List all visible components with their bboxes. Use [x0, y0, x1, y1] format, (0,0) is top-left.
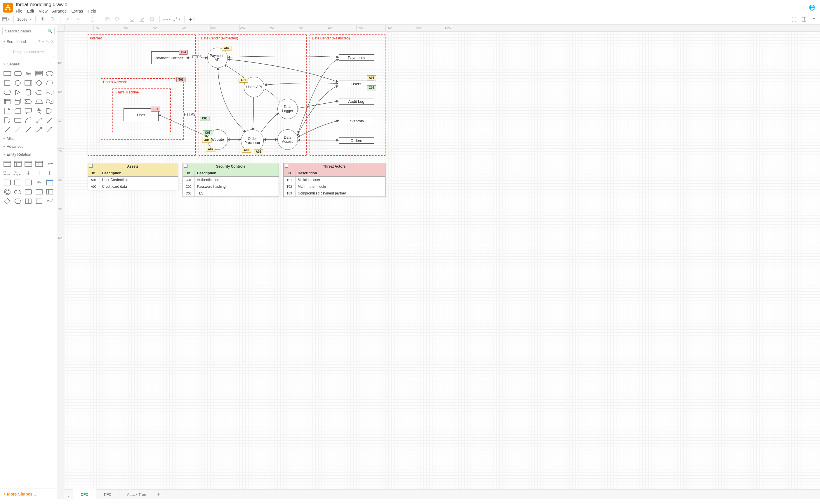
tag-op-a01[interactable]: A01: [254, 149, 263, 154]
er-note5[interactable]: [35, 197, 44, 205]
more-shapes-button[interactable]: + More Shapes...: [0, 489, 57, 499]
er-hilite[interactable]: [45, 179, 54, 186]
menu-arrange[interactable]: Arrange: [52, 9, 67, 13]
store-inventory[interactable]: Inventory: [339, 118, 374, 124]
legend-threats-collapse[interactable]: –: [285, 164, 288, 168]
shape-document[interactable]: [45, 88, 54, 96]
legend-threats[interactable]: –Threat Actors IDDescription T01Maliciou…: [283, 163, 385, 197]
shape-hexagon[interactable]: [3, 88, 12, 96]
shape-step[interactable]: [24, 98, 33, 105]
er-note3[interactable]: [24, 179, 33, 186]
menu-help[interactable]: Help: [88, 9, 96, 13]
er-entity-circle[interactable]: [3, 188, 12, 196]
shape-tape[interactable]: [45, 98, 54, 105]
shape-bi-arrow[interactable]: [35, 117, 44, 124]
legend-assets[interactable]: –Assets IDDescription A01User Credential…: [88, 163, 178, 190]
page-tab-attack-tree[interactable]: Attack Tree: [119, 490, 154, 499]
scratchpad-dropzone[interactable]: Drag elements here: [3, 47, 54, 57]
tag-t03[interactable]: T03: [179, 50, 188, 55]
er-pk2[interactable]: PK unique: [13, 169, 22, 177]
store-orders[interactable]: Orders: [339, 137, 374, 144]
tag-users-a01[interactable]: A01: [367, 75, 376, 80]
store-audit-log[interactable]: Audit Log: [339, 98, 374, 105]
shape-circle[interactable]: [13, 79, 22, 87]
shape-dashed[interactable]: [13, 126, 22, 133]
er-table1[interactable]: [3, 160, 12, 168]
misc-header[interactable]: ▼Misc: [0, 135, 57, 142]
legend-controls-collapse[interactable]: –: [184, 164, 187, 168]
connection-button[interactable]: ▼: [163, 15, 171, 23]
shape-line2[interactable]: [24, 126, 33, 133]
legend-controls[interactable]: –Security Controls IDDescription C01Auth…: [183, 163, 279, 197]
sidebar-toggle-button[interactable]: ▼: [2, 15, 10, 23]
zoom-select[interactable]: 100%▼: [17, 17, 32, 22]
scratchpad-close-icon[interactable]: ✕: [51, 39, 54, 44]
shape-cylinder[interactable]: [24, 88, 33, 96]
shape-datastore[interactable]: [13, 117, 22, 124]
shape-callout[interactable]: [24, 107, 33, 115]
delete-button[interactable]: [89, 15, 96, 23]
search-shapes-input[interactable]: [2, 27, 55, 35]
shape-triangle[interactable]: [13, 88, 22, 96]
scratchpad-add-icon[interactable]: +: [42, 39, 44, 44]
er-conn1[interactable]: [24, 169, 33, 177]
shape-bi2[interactable]: [35, 126, 44, 133]
shape-square[interactable]: [3, 79, 12, 87]
advanced-header[interactable]: ▼Advanced: [0, 142, 57, 150]
shape-or2[interactable]: [45, 107, 54, 115]
waypoint-button[interactable]: ▼: [173, 15, 181, 23]
tag-website-a01[interactable]: A01: [202, 138, 211, 143]
language-icon[interactable]: 🌐: [809, 4, 817, 11]
tag-website-c01[interactable]: C01: [203, 130, 212, 135]
shape-rect[interactable]: [3, 70, 12, 77]
shadow-button[interactable]: [148, 15, 156, 23]
er-table2[interactable]: [13, 160, 22, 168]
legend-assets-collapse[interactable]: –: [89, 164, 93, 168]
shape-ellipse[interactable]: [45, 70, 54, 77]
er-diamond[interactable]: [3, 197, 12, 205]
tag-paymentsapi-a02[interactable]: A02: [222, 46, 231, 51]
shape-diamond[interactable]: [35, 79, 44, 87]
shape-cube[interactable]: [13, 98, 22, 105]
shape-textbox[interactable]: [35, 70, 44, 77]
page-tab-pfd[interactable]: PFD: [96, 490, 119, 499]
tag-flow-c03[interactable]: C03: [200, 116, 209, 121]
er-hex[interactable]: [13, 197, 22, 205]
shape-internal-storage[interactable]: [3, 98, 12, 105]
shape-card[interactable]: [13, 107, 22, 115]
insert-button[interactable]: +▼: [188, 15, 196, 23]
menu-edit[interactable]: Edit: [27, 9, 34, 13]
pages-menu-button[interactable]: ⋮: [64, 493, 73, 496]
er-pk[interactable]: PK unique: [3, 169, 12, 177]
er-title[interactable]: Title: [35, 179, 44, 186]
er-note2[interactable]: [13, 179, 22, 186]
zoom-out-button[interactable]: [49, 15, 57, 23]
menu-file[interactable]: File: [16, 9, 22, 13]
shape-cloud[interactable]: [35, 88, 44, 96]
tag-users-c02[interactable]: C02: [367, 85, 376, 90]
scratchpad-header[interactable]: ▼Scratchpad ? + ✎ ✕: [0, 38, 57, 46]
entity-relation-header[interactable]: ▼Entity Relation: [0, 150, 57, 158]
shape-actor[interactable]: [35, 107, 44, 115]
shape-rounded-rect[interactable]: [13, 70, 22, 77]
collapse-button[interactable]: ⌃: [810, 15, 818, 23]
er-note1[interactable]: [3, 179, 12, 186]
tag-usersapi-a01[interactable]: A01: [239, 78, 248, 83]
menu-view[interactable]: View: [39, 9, 48, 13]
to-front-button[interactable]: [104, 15, 111, 23]
canvas[interactable]: Internet User's Network User's Machine D…: [64, 32, 820, 489]
fill-color-button[interactable]: [128, 15, 136, 23]
scratchpad-edit-icon[interactable]: ✎: [46, 39, 49, 44]
zoom-in-button[interactable]: [39, 15, 47, 23]
to-back-button[interactable]: [114, 15, 121, 23]
page-tab-dfd[interactable]: DFD: [73, 489, 96, 499]
line-color-button[interactable]: [138, 15, 146, 23]
store-payments[interactable]: Payments: [339, 54, 374, 61]
scratchpad-help-icon[interactable]: ?: [38, 39, 40, 44]
menu-extras[interactable]: Extras: [72, 9, 83, 13]
fullscreen-button[interactable]: [790, 15, 798, 23]
shape-note[interactable]: [3, 107, 12, 115]
er-note4[interactable]: [24, 197, 33, 205]
er-cloud[interactable]: [13, 188, 22, 196]
tag-t01[interactable]: T01: [151, 107, 160, 112]
